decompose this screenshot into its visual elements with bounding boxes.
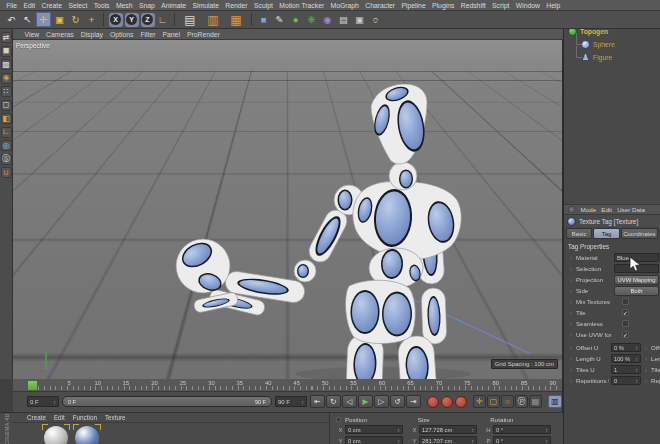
attribute-mode-icon[interactable] (568, 206, 575, 213)
keyframe-dot-icon[interactable]: ○ (568, 332, 574, 338)
keyframe-dot-icon[interactable]: ○ (643, 356, 649, 362)
menubar-item[interactable]: Simulate (189, 2, 222, 9)
keyframe-dot-icon[interactable]: ○ (643, 378, 649, 384)
render-picture-viewer-button[interactable]: ▥ (202, 12, 224, 27)
menubar-item[interactable]: Character (362, 2, 398, 9)
keyframe-dot-icon[interactable]: ○ (568, 288, 574, 294)
viewport-menu-item[interactable]: Cameras (43, 31, 78, 38)
play-button[interactable]: ▶ (358, 395, 373, 408)
stepper-icon[interactable]: ↕ (636, 356, 639, 362)
projection-dropdown[interactable]: UVW Mapping (614, 275, 659, 285)
material-menu-item[interactable]: Create (23, 414, 50, 421)
attribute-menu-item[interactable]: Edit (599, 206, 615, 213)
stepper-icon[interactable]: ↕ (398, 438, 401, 444)
goto-end-button[interactable]: ⇥ (406, 395, 421, 408)
points-mode-button[interactable]: ∷ (1, 86, 12, 97)
menubar-item[interactable]: Select (65, 2, 90, 9)
workplane-mode-button[interactable]: ◈ (1, 73, 12, 84)
keyframe-dot-icon[interactable]: ○ (568, 255, 574, 261)
material-thumbnail-blue[interactable] (75, 426, 99, 444)
timeline-range-slider[interactable]: 0 F 90 F (62, 396, 272, 407)
keyframe-dot-icon[interactable]: ○ (568, 277, 574, 283)
select-tool-button[interactable]: ↖ (20, 12, 35, 27)
end-frame-field[interactable]: 90 F↕ (275, 396, 307, 407)
rotation-field[interactable]: 0 °↕ (493, 436, 551, 444)
undo-button[interactable]: ↶ (4, 12, 19, 27)
play-loop-button[interactable]: ↺ (390, 395, 405, 408)
menubar-item[interactable]: Edit (20, 2, 38, 9)
object-name[interactable]: Topogen (580, 28, 608, 35)
keyframe-selection-button[interactable]: ▥ (548, 395, 562, 408)
move-tool-button[interactable]: ✛ (36, 12, 51, 27)
add-cube-button[interactable]: ■ (256, 12, 271, 27)
key-rotation-toggle[interactable]: ○ (501, 395, 514, 408)
material-menu-item[interactable]: Function (69, 414, 101, 421)
menubar-item[interactable]: Sculpt (251, 2, 276, 9)
viewport-menu-item[interactable]: Display (77, 31, 106, 38)
keyframe-dot-icon[interactable]: ○ (643, 367, 649, 373)
edges-mode-button[interactable]: ◻ (1, 100, 12, 111)
material-menu-item[interactable]: Edit (50, 414, 69, 421)
previous-frame-button[interactable]: ◁ (342, 395, 357, 408)
menubar-item[interactable]: Mesh (113, 2, 136, 9)
add-camera-button[interactable]: ▣ (352, 12, 367, 27)
play-backwards-button[interactable]: ↻ (326, 395, 341, 408)
stepper-icon[interactable]: ↕ (398, 427, 401, 433)
timeline-playhead[interactable] (27, 380, 38, 391)
size-field[interactable]: 281.707 cm↕ (419, 436, 477, 444)
coordinate-system-button[interactable]: ∟ (155, 12, 170, 27)
camera-label[interactable]: Perspective (16, 42, 50, 49)
object-row-figure[interactable]: ♟ Figure (568, 51, 660, 64)
stepper-icon[interactable]: ↕ (546, 438, 549, 444)
model-mode-button[interactable]: ◼ (1, 46, 12, 57)
menubar-item[interactable]: Tools (90, 2, 112, 9)
size-field[interactable]: 127.728 cm↕ (419, 425, 477, 434)
keyframe-dot-icon[interactable]: ○ (643, 345, 649, 351)
stepper-icon[interactable]: ↕ (472, 438, 475, 444)
rotate-tool-button[interactable]: ↻ (68, 12, 83, 27)
menubar-item[interactable]: Redshift (458, 2, 489, 9)
keyframe-dot-icon[interactable]: ○ (568, 356, 574, 362)
add-light-button[interactable]: ○ (368, 12, 383, 27)
add-deformer-button[interactable]: ◉ (320, 12, 335, 27)
scale-tool-button[interactable]: ▣ (52, 12, 67, 27)
material-thumbnail-white[interactable] (44, 426, 68, 444)
menubar-item[interactable]: Window (513, 2, 544, 9)
tab-tag[interactable]: Tag (593, 228, 619, 239)
menubar-item[interactable]: Help (543, 2, 563, 9)
material-menu-item[interactable]: Texture (101, 414, 130, 421)
stepper-icon[interactable]: ↕ (472, 427, 475, 433)
render-view-button[interactable]: ▤ (179, 12, 201, 27)
rotation-field[interactable]: 0 °↕ (493, 425, 551, 434)
keyframe-dot-icon[interactable]: ○ (568, 367, 574, 373)
seamless-checkbox[interactable] (622, 320, 629, 327)
goto-start-button[interactable]: ⇤ (310, 395, 325, 408)
object-name[interactable]: Sphere (593, 41, 615, 48)
quantize-button[interactable]: ∪ (1, 167, 12, 178)
menubar-item[interactable]: Snap (136, 2, 158, 9)
autokeying-button[interactable] (441, 396, 453, 408)
keyframe-dot-icon[interactable]: ○ (568, 378, 574, 384)
viewport-solo-button[interactable]: ◎ (1, 140, 12, 151)
key-pla-toggle[interactable]: ▦ (529, 395, 542, 408)
axis-lock-button[interactable]: Y (125, 13, 139, 27)
menubar-item[interactable]: Render (222, 2, 251, 9)
timeline-ruler[interactable]: 51015202530354045505560657075808590 (13, 379, 562, 392)
menubar-item[interactable]: Create (38, 2, 65, 9)
attribute-menu-item[interactable]: User Data (615, 206, 648, 213)
mix-textures-checkbox[interactable] (622, 298, 629, 305)
menubar-item[interactable]: MoGraph (327, 2, 362, 9)
attribute-menu-item[interactable]: Mode (578, 206, 599, 213)
render-settings-button[interactable]: ▦ (225, 12, 247, 27)
axis-lock-button[interactable]: X (109, 13, 123, 27)
keyframe-dot-icon[interactable]: ○ (568, 345, 574, 351)
key-position-toggle[interactable]: ✛ (473, 395, 486, 408)
uvw-bump-checkbox[interactable] (622, 331, 629, 338)
menubar-item[interactable]: Pipeline (398, 2, 429, 9)
menubar-item[interactable]: Motion Tracker (276, 2, 327, 9)
viewport-menu-item[interactable]: Options (106, 31, 136, 38)
stepper-icon[interactable]: ↕ (636, 345, 639, 351)
position-field[interactable]: 0 cm↕ (345, 436, 403, 444)
menubar-item[interactable]: Animate (158, 2, 189, 9)
viewport-menu-item[interactable]: View (21, 31, 43, 38)
